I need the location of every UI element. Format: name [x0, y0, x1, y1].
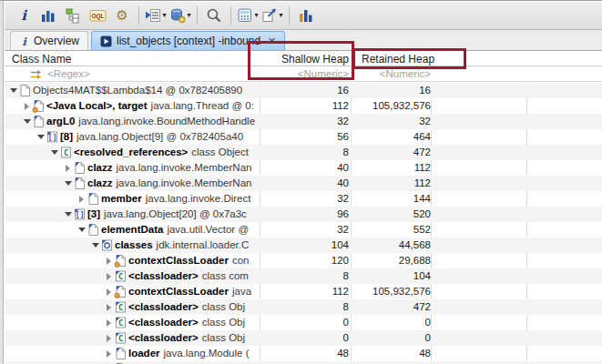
table-row[interactable]: [] [3] java.lang.Object[20] @ 0x7a3c 96 … [5, 207, 602, 222]
row-type-icon [32, 115, 46, 128]
class-description: java.lang.invoke.Direct [146, 191, 251, 207]
row-type-icon [114, 285, 128, 298]
expand-toggle-icon[interactable] [22, 98, 32, 114]
annotation-box-retained-heap [352, 48, 466, 69]
table-row[interactable]: classes jdk.internal.loader.C 104 44,568 [5, 238, 602, 253]
shallow-heap-value: 32 [260, 222, 349, 238]
expand-toggle-icon[interactable] [104, 315, 114, 330]
class-description: java.lang.Thread @ 0: [151, 98, 254, 114]
shallow-heap-value: 48 [260, 346, 349, 361]
expand-toggle-icon[interactable] [104, 346, 114, 361]
table-row[interactable]: contextClassLoader java 112 105,932,576 [5, 284, 602, 299]
table-row[interactable]: C <classloader> class Obj 0 0 [5, 330, 602, 346]
class-name-cell: [] [3] java.lang.Object[20] @ 0x7a3c [5, 207, 260, 222]
expand-toggle-icon[interactable] [36, 129, 46, 145]
retained-heap-filter-input[interactable]: <Numeric> [342, 68, 431, 79]
search-icon[interactable] [202, 4, 226, 27]
field-name: contextClassLoader [128, 253, 229, 268]
svg-text:C: C [118, 334, 123, 343]
class-name-filter-input[interactable]: <Regex> [47, 68, 90, 79]
field-name: <classloader> [128, 268, 199, 284]
table-row[interactable]: clazz java.lang.invoke.MemberNan 40 112 [5, 160, 602, 176]
dropdown-arrow-icon[interactable]: ▾ [279, 12, 282, 19]
class-description: jdk.internal.loader.C [157, 238, 250, 253]
dominator-tree-icon[interactable] [61, 4, 85, 27]
export-icon[interactable]: ▾ [260, 4, 284, 27]
class-description: java.util.Vector @ [167, 222, 249, 238]
column-header-class-name[interactable]: Class Name [12, 53, 71, 66]
table-row[interactable]: argL0 java.lang.invoke.BoundMethodHandle… [5, 114, 602, 129]
expand-toggle-icon[interactable] [63, 207, 73, 222]
shallow-heap-value: 8 [260, 268, 349, 284]
table-row[interactable]: C <resolved_references> class Object 8 4… [5, 145, 602, 160]
retained-heap-value: 16 [342, 83, 431, 98]
expand-toggle-icon[interactable] [77, 222, 87, 238]
toolbar-separator [289, 6, 290, 25]
table-row[interactable]: C <classloader> class com 8 104 [5, 268, 602, 284]
toolbar-separator [138, 6, 139, 25]
retained-heap-value: 144 [342, 191, 431, 207]
expand-toggle-icon[interactable] [8, 83, 18, 98]
expand-toggle-icon[interactable] [104, 284, 114, 299]
dropdown-arrow-icon[interactable]: ▾ [162, 12, 166, 19]
shallow-heap-value: 40 [260, 176, 349, 191]
expand-toggle-icon[interactable] [104, 268, 114, 284]
row-type-icon [73, 177, 87, 190]
toolbar: iOQL⚙▾▾▾▾ [5, 2, 602, 30]
svg-text:C: C [118, 303, 123, 312]
class-description: class com [202, 268, 249, 284]
row-type-icon [73, 161, 87, 175]
table-row[interactable]: clazz java.lang.invoke.MemberNan 40 112 [5, 176, 602, 191]
svg-text:C: C [118, 318, 123, 328]
expand-toggle-icon[interactable] [104, 299, 114, 315]
table-row[interactable]: [] [8] java.lang.Object[9] @ 0x782405a40… [5, 129, 602, 145]
row-type-icon [87, 223, 101, 237]
class-name-cell: argL0 java.lang.invoke.BoundMethodHandle [5, 114, 260, 129]
heap-gear-icon[interactable]: ▾ [168, 4, 192, 27]
table-row[interactable]: C <classloader> class Obj 8 472 [5, 299, 602, 315]
histogram-icon[interactable] [36, 4, 60, 27]
expand-toggle-icon[interactable] [104, 330, 114, 346]
dropdown-arrow-icon[interactable]: ▾ [254, 12, 258, 19]
table-row[interactable]: <Java Local>, target java.lang.Thread @ … [5, 98, 602, 114]
shallow-heap-value: 40 [260, 160, 349, 176]
row-type-icon: [] [46, 130, 60, 144]
query-menu-icon[interactable]: ▾ [144, 4, 168, 27]
table-row[interactable]: C <classloader> class Obj 0 0 [5, 315, 602, 330]
expand-toggle-icon[interactable] [63, 160, 73, 176]
expand-toggle-icon[interactable] [63, 176, 73, 191]
view-sash[interactable] [0, 1, 4, 364]
expand-toggle-icon[interactable] [77, 191, 87, 207]
row-type-icon [18, 84, 33, 97]
table-row[interactable]: member java.lang.invoke.Direct 32 144 [5, 191, 602, 207]
shallow-heap-value: 112 [260, 284, 349, 299]
info-icon[interactable]: i [12, 4, 36, 27]
table-row[interactable]: loader java.lang.Module ( 48 48 [5, 346, 602, 361]
oql-icon[interactable]: OQL [86, 4, 109, 27]
class-name-cell: C <classloader> class com [5, 268, 260, 284]
class-name-cell: [] [8] java.lang.Object[9] @ 0x782405a40 [5, 129, 260, 145]
table-row[interactable]: elementData java.util.Vector @ 32 552 [5, 222, 602, 238]
table-row[interactable]: contextClassLoader con 120 29,688 [5, 253, 602, 268]
class-description: java.lang.Module ( [164, 346, 250, 361]
tab-overview[interactable]: iOverview [10, 31, 88, 50]
class-description: class Obj [202, 315, 245, 330]
tab-label: list_objects [context] -inbound [117, 35, 260, 47]
row-type-icon [100, 238, 115, 252]
class-name-cell: C <resolved_references> class Object [5, 145, 260, 160]
class-description: java.lang.Object[9] @ 0x782405a40 [77, 129, 243, 145]
retained-heap-value: 472 [342, 299, 431, 315]
calculator-icon[interactable]: ▾ [236, 4, 260, 27]
expand-toggle-icon[interactable] [90, 238, 100, 253]
expand-toggle-icon[interactable] [104, 253, 114, 268]
table-row[interactable]: Objects4MAT$$Lambda$14 @ 0x782405890 16 … [5, 83, 602, 98]
compare-icon[interactable] [294, 4, 318, 27]
retained-heap-value: 105,932,576 [342, 284, 431, 299]
gear-icon[interactable]: ⚙ [110, 4, 134, 27]
expand-toggle-icon[interactable] [22, 114, 32, 129]
class-description: Objects4MAT$$Lambda$14 @ 0x782405890 [33, 83, 242, 98]
class-name-cell: C <classloader> class Obj [5, 315, 260, 330]
dropdown-arrow-icon[interactable]: ▾ [187, 12, 190, 19]
field-name: <classloader> [128, 330, 199, 346]
expand-toggle-icon[interactable] [49, 145, 59, 160]
